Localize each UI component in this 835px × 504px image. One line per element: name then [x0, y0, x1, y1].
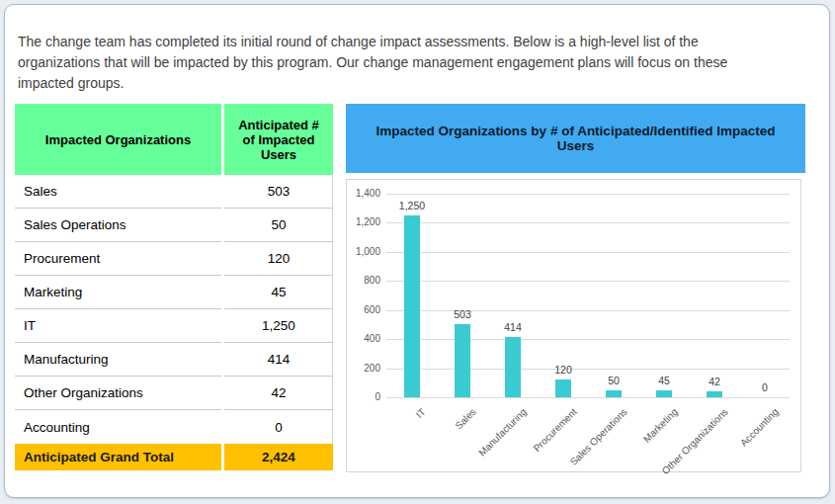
grand-total-value-cell: 2,424 — [224, 444, 333, 470]
bar-value-label: 414 — [483, 321, 543, 333]
bar-chart: 02004006008001,0001,2001,4001,250IT503Sa… — [346, 179, 801, 472]
org-name-cell: Sales — [15, 175, 221, 209]
slide-card: The change team has completed its initia… — [4, 4, 830, 498]
table-header-users: Anticipated # of Impacted Users — [224, 104, 333, 175]
impact-table: Impacted OrganizationsAnticipated # of I… — [15, 104, 333, 470]
bar-other-organizations — [707, 391, 722, 397]
user-count-cell: 50 — [224, 209, 333, 242]
user-count-cell: 42 — [224, 377, 333, 410]
user-count-cell: 0 — [224, 410, 333, 444]
user-count-cell: 414 — [224, 343, 333, 377]
y-axis-tick-label: 400 — [349, 333, 380, 344]
user-count-cell: 45 — [224, 276, 333, 309]
org-name-cell: Manufacturing — [15, 343, 221, 377]
y-axis-tick-label: 600 — [349, 304, 380, 315]
org-name-cell: Accounting — [15, 410, 221, 444]
org-name-cell: Other Organizations — [15, 377, 221, 410]
gridline — [386, 397, 790, 398]
intro-paragraph: The change team has completed its initia… — [18, 32, 784, 94]
x-axis-category-label: IT — [343, 406, 428, 491]
y-axis-tick-label: 0 — [349, 391, 380, 402]
gridline — [386, 339, 790, 340]
bar-procurement — [555, 379, 571, 397]
bar-marketing — [656, 390, 672, 397]
table-header-orgs: Impacted Organizations — [15, 104, 221, 175]
chart-title-banner: Impacted Organizations by # of Anticipat… — [346, 104, 805, 173]
y-axis-tick-label: 1,400 — [349, 188, 380, 199]
gridline — [386, 252, 790, 253]
bar-it — [404, 215, 420, 397]
grand-total-label-cell: Anticipated Grand Total — [15, 444, 221, 470]
org-name-cell: Marketing — [15, 276, 221, 309]
gridline — [386, 222, 790, 223]
gridline — [386, 281, 790, 282]
user-count-cell: 1,250 — [224, 309, 333, 343]
org-name-cell: Sales Operations — [15, 209, 221, 242]
bar-value-label: 503 — [433, 308, 492, 320]
gridline — [386, 194, 790, 195]
y-axis-tick-label: 1,000 — [349, 246, 380, 257]
org-name-cell: Procurement — [15, 242, 221, 276]
bar-sales — [455, 324, 470, 397]
bar-manufacturing — [505, 337, 521, 397]
bar-sales-operations — [606, 390, 622, 397]
user-count-cell: 503 — [224, 175, 333, 209]
bar-value-label: 1,250 — [382, 200, 442, 211]
org-name-cell: IT — [15, 309, 221, 343]
y-axis-tick-label: 200 — [349, 363, 380, 374]
user-count-cell: 120 — [224, 242, 333, 276]
y-axis-tick-label: 1,200 — [349, 216, 380, 227]
bar-value-label: 0 — [735, 381, 794, 393]
y-axis-tick-label: 800 — [349, 275, 380, 286]
